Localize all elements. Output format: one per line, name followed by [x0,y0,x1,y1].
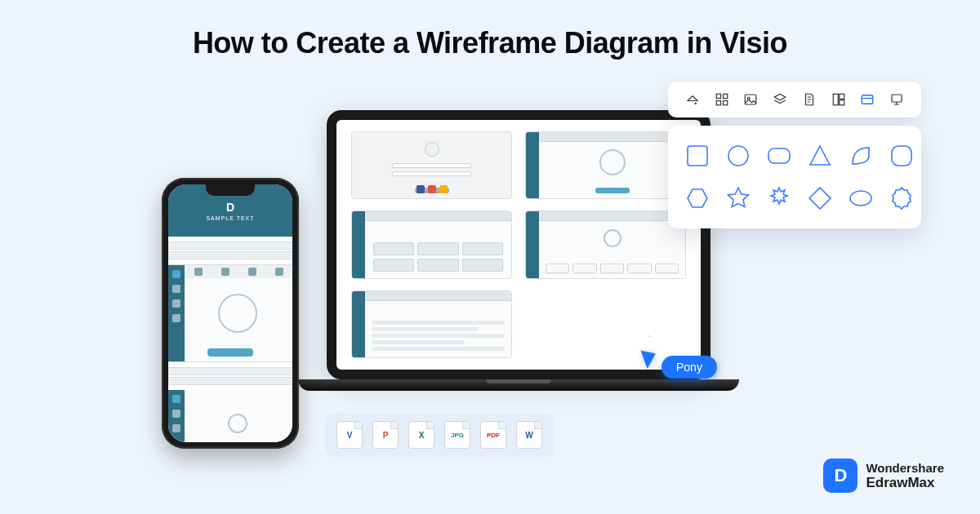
svg-rect-9 [862,95,874,104]
phone-mockup: D SAMPLE TEXT [162,178,299,449]
shape-badge[interactable] [889,183,915,214]
format-powerpoint[interactable]: P [372,421,399,449]
shape-ellipse[interactable] [848,183,874,214]
shape-hexagon[interactable] [684,183,710,214]
shape-square[interactable] [684,140,710,171]
svg-rect-3 [723,101,727,105]
presentation-tool-icon[interactable] [889,91,905,108]
shape-rounded-square[interactable] [889,140,915,171]
brand-name-line2: EdrawMax [866,475,944,491]
shape-rounded-rect[interactable] [766,140,792,171]
phone-screen: D SAMPLE TEXT [168,184,292,442]
brand-logo-icon: D [823,459,858,493]
svg-rect-14 [892,146,911,166]
format-jpg[interactable]: JPG [444,421,470,449]
page-title: How to Create a Wireframe Diagram in Vis… [0,26,980,60]
format-visio[interactable]: V [336,421,363,449]
svg-rect-8 [839,100,844,105]
laptop-screen: D SAMPLE TEXT [327,110,710,379]
shapes-panel [668,126,921,228]
wireframe-grid: D SAMPLE TEXT [351,131,686,358]
wireframe-card-login [351,131,512,199]
shape-star[interactable] [725,183,751,214]
shape-burst[interactable] [766,183,792,214]
svg-point-15 [850,191,871,206]
format-word[interactable]: W [516,421,542,449]
grid-tool-icon[interactable] [714,91,730,108]
phone-logo-letter: D [226,201,234,214]
svg-rect-10 [892,95,902,102]
svg-point-12 [728,146,748,166]
shape-diamond[interactable] [807,183,833,214]
svg-rect-1 [723,94,727,98]
collaborator-tag: Pony [662,356,717,379]
format-excel[interactable]: X [408,421,434,449]
wireframe-card-list [351,290,512,358]
shape-triangle[interactable] [807,140,833,171]
page-tool-icon[interactable] [801,91,817,108]
format-pdf[interactable]: PDF [480,421,506,449]
wireframe-card-tiles [351,210,512,278]
collaborator-cursor: Pony [644,348,657,367]
wireframe-card-brand: D SAMPLE TEXT [648,335,650,337]
tools-bar [668,82,921,117]
fill-tool-icon[interactable] [684,91,701,108]
brand-footer: D Wondershare EdrawMax [823,459,944,493]
svg-rect-6 [833,94,838,105]
svg-rect-4 [746,95,757,104]
svg-rect-11 [688,146,707,166]
wireframe-card-media [525,210,686,278]
phone-wireframe-1 [168,264,292,362]
laptop-base [298,379,739,391]
svg-rect-7 [839,94,844,99]
wireframe-card-dial [525,131,686,199]
layout-tool-icon[interactable] [831,91,847,108]
svg-rect-13 [768,148,790,163]
phone-sample-text: SAMPLE TEXT [206,215,254,221]
svg-rect-2 [716,101,720,105]
svg-rect-0 [716,94,720,98]
phone-wireframe-2 [168,390,292,442]
container-tool-icon[interactable] [859,91,875,108]
shape-leaf[interactable] [848,140,874,171]
shape-circle[interactable] [725,140,751,171]
export-formats: V P X JPG PDF W [325,413,554,457]
layers-tool-icon[interactable] [772,91,788,108]
image-tool-icon[interactable] [742,91,759,108]
brand-name-line1: Wondershare [866,461,944,475]
